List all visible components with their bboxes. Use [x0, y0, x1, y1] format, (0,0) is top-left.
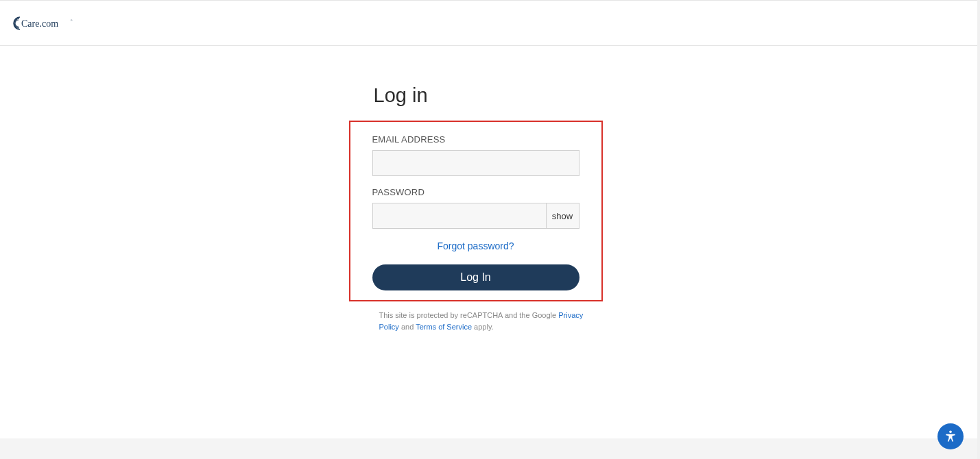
password-input[interactable]	[373, 203, 546, 228]
recaptcha-text-middle: and	[399, 323, 416, 331]
svg-text:Care.com: Care.com	[21, 18, 58, 29]
forgot-password-link[interactable]: Forgot password?	[437, 240, 514, 251]
accessibility-icon	[944, 430, 957, 443]
email-label: EMAIL ADDRESS	[372, 134, 579, 145]
recaptcha-text-prefix: This site is protected by reCAPTCHA and …	[379, 311, 559, 319]
care-logo-icon: Care.com ®	[10, 14, 85, 33]
login-form-highlight: EMAIL ADDRESS PASSWORD show Forgot passw…	[349, 121, 603, 301]
email-field-group: EMAIL ADDRESS	[372, 134, 579, 176]
show-password-button[interactable]: show	[546, 203, 579, 228]
forgot-password-row: Forgot password?	[372, 240, 579, 252]
site-header: Care.com ®	[0, 1, 980, 46]
password-field-group: PASSWORD show	[372, 187, 579, 229]
brand-logo[interactable]: Care.com ®	[10, 14, 85, 33]
footer-band	[0, 438, 977, 459]
login-container: Log in EMAIL ADDRESS PASSWORD show Forgo…	[374, 84, 607, 332]
email-input[interactable]	[372, 150, 579, 176]
accessibility-button[interactable]	[937, 423, 964, 449]
svg-text:®: ®	[71, 19, 73, 22]
password-label: PASSWORD	[372, 187, 579, 197]
login-submit-button[interactable]: Log In	[372, 264, 579, 290]
vertical-scrollbar[interactable]	[977, 0, 980, 459]
terms-of-service-link[interactable]: Terms of Service	[416, 323, 472, 331]
recaptcha-text-suffix: apply.	[472, 323, 494, 331]
svg-point-2	[949, 431, 952, 434]
recaptcha-notice: This site is protected by reCAPTCHA and …	[374, 310, 607, 332]
main-content: Log in EMAIL ADDRESS PASSWORD show Forgo…	[0, 46, 980, 332]
page-title: Log in	[374, 84, 607, 107]
password-input-row: show	[372, 203, 579, 229]
